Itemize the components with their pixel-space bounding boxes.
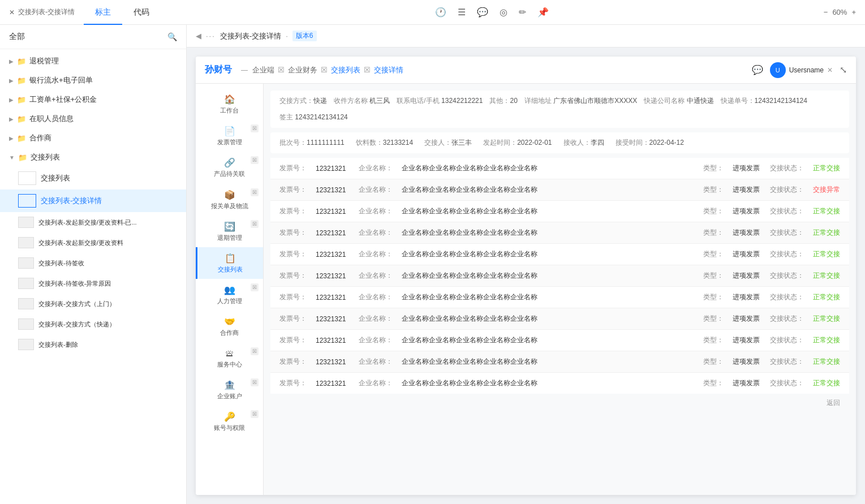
record-company-value: 企业名称企业名称企业名称企业名称企业名称 bbox=[402, 206, 694, 216]
sidebar-group-tuishui-header[interactable]: ▶ 📁 退税管理 bbox=[0, 51, 186, 71]
sidebar-group-gongzi-header[interactable]: ▶ 📁 工资单+社保+公积金 bbox=[0, 90, 186, 109]
record-company-label: 企业名称： bbox=[359, 185, 393, 195]
sidebar-item-jiaojie-pending[interactable]: 交接列表-待签收 bbox=[0, 253, 186, 273]
chevron-right-icon: ▶ bbox=[9, 58, 14, 64]
app-sidebar-item-customs[interactable]: 📦 报关单及物流 ☒ bbox=[196, 184, 263, 216]
record-status-value: 正常交接 bbox=[813, 163, 840, 173]
record-invoice-value: 12321321 bbox=[316, 165, 350, 173]
record-invoice-value: 12321321 bbox=[316, 315, 350, 323]
sidebar-group-hezuoshang[interactable]: ▶ 📁 合作商 bbox=[0, 128, 186, 148]
sidebar-group-jiaojie[interactable]: ▼ 📁 交接列表 交接列表 交接列表-交接详情 交接列表-发起新交接/更改资料-… bbox=[0, 148, 186, 355]
breadcrumb-sep-2: ☒ bbox=[321, 66, 328, 74]
record-company-value: 企业名称企业名称企业名称企业名称企业名称 bbox=[402, 185, 694, 195]
document-icon[interactable]: ☰ bbox=[458, 7, 466, 18]
record-status-value: 正常交接 bbox=[813, 378, 840, 388]
pin-icon[interactable]: 📌 bbox=[537, 7, 549, 18]
expand-icon[interactable]: ⤡ bbox=[840, 64, 847, 75]
sidebar-group-zaizhi-header[interactable]: ▶ 📁 在职人员信息 bbox=[0, 109, 186, 128]
top-bar-left: ✕ 交接列表-交接详情 bbox=[9, 7, 75, 17]
record-type-label: 类型： bbox=[703, 228, 724, 238]
record-type-value: 进项发票 bbox=[733, 357, 761, 367]
info-sign: 签主 12432142134124 bbox=[279, 113, 348, 122]
app-sidebar-item-account[interactable]: 🏦 企业账户 ☒ bbox=[196, 374, 263, 406]
pagination-area: 返回 bbox=[270, 394, 849, 412]
comment-icon[interactable]: 💬 bbox=[477, 7, 488, 18]
target-icon[interactable]: ◎ bbox=[500, 7, 507, 18]
doc-header-dots: ··· bbox=[206, 32, 216, 40]
app-sidebar-item-permissions[interactable]: 🔑 账号与权限 ☒ bbox=[196, 406, 263, 437]
hr-icon: 👥 bbox=[224, 285, 235, 295]
sidebar-item-jiaojie-express-label: 交接列表-交接方式（快递） bbox=[38, 320, 115, 329]
handover-label: 交接列表 bbox=[218, 266, 243, 273]
sidebar-item-jiaojie-new2[interactable]: 交接列表-发起新交接/更改资料 bbox=[0, 232, 186, 253]
record-invoice-value: 12321321 bbox=[316, 337, 350, 344]
sidebar-group-zaizhi[interactable]: ▶ 📁 在职人员信息 bbox=[0, 109, 186, 128]
sidebar-item-jiaojie-delete[interactable]: 交接列表-删除 bbox=[0, 334, 186, 355]
info-address: 详细地址 广东省佛山市顺德市XXXXX bbox=[524, 96, 637, 106]
app-sidebar-item-partner[interactable]: 🤝 合作商 bbox=[196, 311, 263, 342]
sidebar-item-jiaojie-list[interactable]: 交接列表 bbox=[0, 167, 186, 189]
tab-main[interactable]: 标主 bbox=[84, 0, 122, 25]
app-sidebar-item-refund[interactable]: 🔄 退期管理 ☒ bbox=[196, 216, 263, 247]
record-type-value: 进项发票 bbox=[733, 163, 761, 173]
record-status-label: 交接状态： bbox=[770, 357, 804, 367]
permissions-tag: ☒ bbox=[251, 410, 259, 418]
app-sidebar-item-handover[interactable]: 📋 交接列表 bbox=[196, 247, 263, 279]
app-sidebar-item-service[interactable]: 🛎 服务中心 ☒ bbox=[196, 343, 263, 374]
breadcrumb-sep-3: ☒ bbox=[364, 66, 371, 74]
sidebar-item-jiaojie-express[interactable]: 交接列表-交接方式（快递） bbox=[0, 314, 186, 334]
username-close-icon[interactable]: ✕ bbox=[827, 66, 833, 74]
zoom-out-button[interactable]: − bbox=[824, 8, 828, 16]
sidebar-item-jiaojie-detail[interactable]: 交接列表-交接详情 bbox=[0, 189, 186, 212]
toolbar-icons: 🕐 ☰ 💬 ◎ ✏ 📌 bbox=[170, 7, 815, 18]
info-receiver: 收件方名称 机三风 bbox=[334, 96, 390, 106]
record-row-inner: 发票号： 12321321 企业名称： 企业名称企业名称企业名称企业名称企业名称… bbox=[279, 378, 840, 388]
app-sidebar-item-hr[interactable]: 👥 人力管理 ☒ bbox=[196, 279, 263, 311]
brush-icon[interactable]: ✏ bbox=[519, 7, 526, 18]
sidebar-group-yinhang[interactable]: ▶ 📁 银行流水+电子回单 bbox=[0, 71, 186, 90]
sidebar-group-jiaojie-header[interactable]: ▼ 📁 交接列表 bbox=[0, 148, 186, 167]
info-bar: 交接方式：快递 收件方名称 机三风 联系电话/手机 13242212221 其他… bbox=[270, 91, 849, 128]
chat-icon[interactable]: 💬 bbox=[752, 64, 763, 75]
doc-header-title: 交接列表-交接详情 bbox=[220, 31, 281, 41]
product-label: 产品待关联 bbox=[214, 170, 245, 178]
app-sidebar-item-product[interactable]: 🔗 产品待关联 ☒ bbox=[196, 152, 263, 183]
record-status-label: 交接状态： bbox=[770, 185, 804, 195]
sidebar-group-hezuoshang-header[interactable]: ▶ 📁 合作商 bbox=[0, 128, 186, 148]
tab-code[interactable]: 代码 bbox=[122, 0, 161, 25]
sidebar-search-icon[interactable]: 🔍 bbox=[167, 32, 177, 41]
refund-tag: ☒ bbox=[251, 220, 259, 228]
close-button[interactable]: ✕ 交接列表-交接详情 bbox=[9, 7, 75, 17]
record-status-label: 交接状态： bbox=[770, 335, 804, 345]
record-row: 发票号： 12321321 企业名称： 企业名称企业名称企业名称企业名称企业名称… bbox=[270, 373, 849, 394]
main-layout: 全部 🔍 ▶ 📁 退税管理 ▶ 📁 银行流水+电子回单 bbox=[0, 25, 865, 504]
breadcrumb-jiaojie[interactable]: 交接列表 bbox=[331, 65, 360, 75]
app-sidebar-item-invoice[interactable]: 📄 发票管理 ☒ bbox=[196, 120, 263, 152]
record-status-value: 正常交接 bbox=[813, 249, 840, 259]
app-body: 🏠 工作台 📄 发票管理 ☒ 🔗 产品待关联 ☒ 📦 bbox=[196, 84, 856, 495]
collapse-sidebar-button[interactable]: ◀ bbox=[196, 32, 201, 40]
chevron-down-icon: ▼ bbox=[9, 154, 15, 161]
history-icon[interactable]: 🕐 bbox=[435, 7, 446, 18]
sidebar-item-jiaojie-pending-err[interactable]: 交接列表-待签收-异常原因 bbox=[0, 273, 186, 294]
record-row: 发票号： 12321321 企业名称： 企业名称企业名称企业名称企业名称企业名称… bbox=[270, 201, 849, 222]
record-invoice-value: 12321321 bbox=[316, 186, 350, 194]
record-row: 发票号： 12321321 企业名称： 企业名称企业名称企业名称企业名称企业名称… bbox=[270, 351, 849, 373]
sidebar-group-tuishui[interactable]: ▶ 📁 退税管理 bbox=[0, 51, 186, 71]
info-other: 其他：20 bbox=[489, 96, 517, 106]
record-company-value: 企业名称企业名称企业名称企业名称企业名称 bbox=[402, 335, 694, 345]
record-status-label: 交接状态： bbox=[770, 271, 804, 281]
folder-icon-2: 📁 bbox=[17, 76, 26, 85]
sidebar-group-yinhang-header[interactable]: ▶ 📁 银行流水+电子回单 bbox=[0, 71, 186, 90]
app-sidebar-item-workbench[interactable]: 🏠 工作台 bbox=[196, 88, 263, 120]
page-thumbnail-active bbox=[18, 194, 36, 208]
record-status-value: 正常交接 bbox=[813, 228, 840, 238]
sidebar-item-jiaojie-new1[interactable]: 交接列表-发起新交接/更改资料-已... bbox=[0, 212, 186, 232]
customs-tag: ☒ bbox=[251, 188, 259, 196]
zoom-in-button[interactable]: + bbox=[851, 8, 856, 16]
breadcrumb-detail[interactable]: 交接详情 bbox=[374, 65, 403, 75]
user-area: U Usersname ✕ bbox=[770, 62, 833, 78]
record-row-inner: 发票号： 12321321 企业名称： 企业名称企业名称企业名称企业名称企业名称… bbox=[279, 163, 840, 173]
sidebar-item-jiaojie-door[interactable]: 交接列表-交接方式（上门） bbox=[0, 294, 186, 314]
sidebar-group-gongzi[interactable]: ▶ 📁 工资单+社保+公积金 bbox=[0, 90, 186, 109]
